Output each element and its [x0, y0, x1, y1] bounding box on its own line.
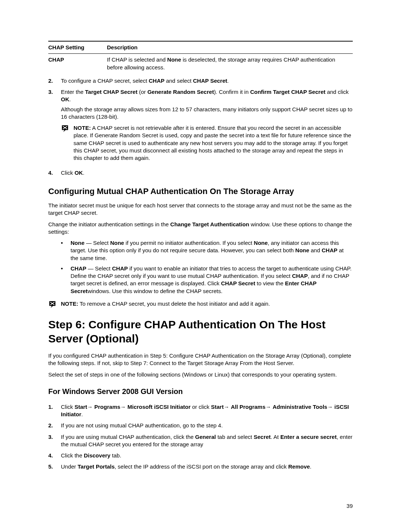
- text: Click: [61, 404, 75, 410]
- text: Change the initiator authentication sett…: [48, 221, 170, 227]
- text-bold: None: [295, 247, 309, 253]
- text-bold: Administrative Tools: [273, 404, 327, 410]
- text-bold: Enter a secure secret: [280, 434, 337, 440]
- note-label: NOTE:: [61, 301, 78, 307]
- step-body: Under Target Portals, select the IP addr…: [61, 463, 353, 470]
- note-label: NOTE:: [74, 125, 91, 131]
- step-number: 5.: [48, 463, 61, 470]
- text: .: [69, 96, 71, 102]
- paragraph: Although the storage array allows sizes …: [61, 106, 353, 121]
- text-bold: OK: [61, 96, 69, 102]
- list-item: • None — Select None if you permit no in…: [61, 239, 353, 262]
- note-text: NOTE: To remove a CHAP secret, you must …: [61, 300, 353, 310]
- text-bold: All Programs: [231, 404, 265, 410]
- text: or click: [190, 404, 211, 410]
- section-heading: Configuring Mutual CHAP Authentication O…: [48, 186, 353, 197]
- text: Enter the: [61, 89, 85, 95]
- text-bold: CHAP: [322, 247, 338, 253]
- note-icon: [61, 124, 74, 162]
- paragraph: Select the set of steps in one of the fo…: [48, 371, 353, 378]
- text: Under: [61, 463, 78, 470]
- text: .: [81, 411, 83, 417]
- bullet-text: None — Select None if you permit no init…: [71, 239, 353, 262]
- step-body: If you are not using mutual CHAP authent…: [61, 422, 353, 429]
- note-icon: [48, 300, 61, 310]
- step-body: Click the Discovery tab.: [61, 452, 353, 459]
- text: A CHAP secret is not retrievable after i…: [74, 125, 351, 161]
- text: .: [227, 78, 229, 84]
- step-number: 4.: [48, 169, 61, 177]
- step-number: 4.: [48, 452, 61, 459]
- step-number: 2.: [48, 422, 61, 429]
- page-title: Step 6: Configure CHAP Authentication On…: [48, 318, 353, 345]
- text-bold: Programs: [94, 404, 120, 410]
- step-number: 1.: [48, 403, 61, 418]
- text: and: [309, 247, 322, 253]
- note-box: NOTE: To remove a CHAP secret, you must …: [48, 300, 353, 310]
- text-bold: CHAP: [149, 78, 165, 84]
- text: If CHAP is selected and: [107, 56, 167, 63]
- text-bold: Target Portals: [78, 463, 115, 470]
- arrow-icon: →: [265, 404, 273, 410]
- list-item: 2. If you are not using mutual CHAP auth…: [48, 422, 353, 429]
- text-bold: Confirm Target CHAP Secret: [250, 89, 326, 95]
- text-bold: General: [195, 434, 216, 440]
- step-body: If you are using mutual CHAP authenticat…: [61, 433, 353, 449]
- text-bold: CHAP Secret: [221, 280, 255, 286]
- text-bold: Secret: [254, 434, 271, 440]
- list-item: 4. Click OK.: [48, 169, 353, 177]
- text-bold: CHAP: [112, 265, 128, 272]
- page-number: 39: [346, 502, 353, 510]
- arrow-icon: →: [224, 404, 231, 410]
- arrow-icon: →: [327, 404, 334, 410]
- list-item: • CHAP — Select CHAP if you want to enab…: [61, 265, 353, 295]
- text: and click: [325, 89, 349, 95]
- page: CHAP Setting Description CHAP If CHAP is…: [0, 0, 401, 532]
- text: ). Confirm it in: [214, 89, 250, 95]
- step-body: Click Start→ Programs→ Microsoft iSCSI I…: [61, 403, 353, 418]
- text-bold: Generate Random Secret: [147, 89, 214, 95]
- text: if you permit no initiator authenticatio…: [124, 240, 254, 246]
- text: tab and select: [216, 434, 254, 440]
- text: windows. Use this window to define the C…: [88, 288, 222, 294]
- text: and select: [164, 78, 193, 84]
- text-bold: None: [167, 56, 181, 63]
- text-bold: OK: [75, 170, 83, 176]
- text: To remove a CHAP secret, you must delete…: [78, 301, 270, 307]
- text: — Select: [85, 240, 110, 246]
- text: — Select: [87, 265, 112, 272]
- bullet-list: • None — Select None if you permit no in…: [61, 239, 353, 295]
- th-setting: CHAP Setting: [48, 41, 107, 54]
- paragraph: If you configured CHAP authentication in…: [48, 352, 353, 367]
- text: , select the IP address of the iSCSI por…: [115, 463, 288, 470]
- table-row: CHAP If CHAP is selected and None is des…: [48, 54, 353, 73]
- text: tab.: [110, 452, 121, 459]
- text-bold: CHAP: [292, 273, 308, 279]
- text-bold: Discovery: [84, 452, 111, 459]
- subsection-heading: For Windows Server 2008 GUI Version: [48, 387, 353, 397]
- note-text: NOTE: A CHAP secret is not retrievable a…: [74, 124, 353, 162]
- step-number: 3.: [48, 88, 61, 165]
- paragraph: Change the initiator authentication sett…: [48, 221, 353, 236]
- text-bold: CHAP: [71, 265, 87, 272]
- list-item: 3. Enter the Target CHAP Secret (or Gene…: [48, 88, 353, 165]
- steps-list-a: 2. To configure a CHAP secret, select CH…: [48, 77, 353, 177]
- text: to view the: [255, 280, 285, 286]
- steps-list-b: 1. Click Start→ Programs→ Microsoft iSCS…: [48, 403, 353, 471]
- text: Click: [61, 170, 75, 176]
- text-bold: Microsoft iSCSI Initiator: [127, 404, 190, 410]
- note-box: NOTE: A CHAP secret is not retrievable a…: [61, 124, 353, 162]
- step-number: 2.: [48, 77, 61, 85]
- text-bold: None: [254, 240, 268, 246]
- list-item: 1. Click Start→ Programs→ Microsoft iSCS…: [48, 403, 353, 418]
- text-bold: None: [110, 240, 124, 246]
- th-description: Description: [107, 41, 353, 54]
- text: . At: [271, 434, 280, 440]
- arrow-icon: →: [87, 404, 94, 410]
- step-body: Click OK.: [61, 169, 353, 177]
- text-bold: Start: [75, 404, 87, 410]
- list-item: 4. Click the Discovery tab.: [48, 452, 353, 459]
- td-setting: CHAP: [48, 54, 107, 73]
- text: .: [83, 170, 84, 176]
- bullet-icon: •: [61, 265, 71, 295]
